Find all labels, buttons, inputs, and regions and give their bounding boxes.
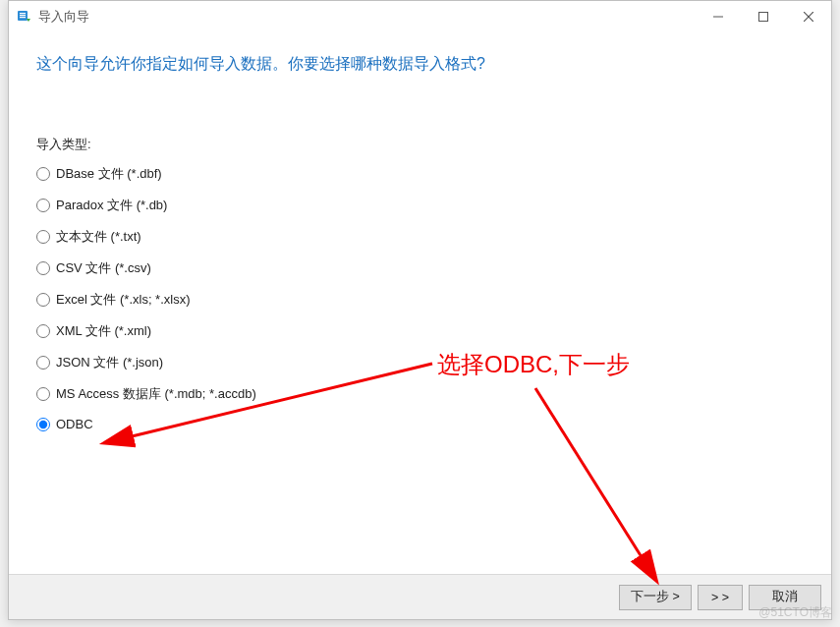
import-type-option-label[interactable]: ODBC <box>56 417 93 431</box>
close-button[interactable] <box>786 1 831 32</box>
import-type-radio[interactable] <box>36 261 50 275</box>
cancel-button[interactable]: 取消 <box>749 585 821 610</box>
import-type-radio[interactable] <box>36 230 50 244</box>
import-type-option-label[interactable]: Excel 文件 (*.xls; *.xlsx) <box>56 291 191 309</box>
import-type-option-label[interactable]: DBase 文件 (*.dbf) <box>56 165 162 183</box>
import-type-option[interactable]: CSV 文件 (*.csv) <box>36 259 804 277</box>
import-wizard-window: 导入向导 这个向导允许你指定如何导入数据。你要选择哪种数据导入格式? 导入类型:… <box>8 0 832 620</box>
import-type-radio[interactable] <box>36 418 50 431</box>
maximize-button[interactable] <box>741 1 786 32</box>
import-type-option[interactable]: Excel 文件 (*.xls; *.xlsx) <box>36 291 804 309</box>
titlebar: 导入向导 <box>9 1 831 32</box>
import-type-options: DBase 文件 (*.dbf)Paradox 文件 (*.db)文本文件 (*… <box>36 165 804 431</box>
import-type-option[interactable]: 文本文件 (*.txt) <box>36 228 804 246</box>
import-type-option-label[interactable]: 文本文件 (*.txt) <box>56 228 141 246</box>
import-type-option-label[interactable]: Paradox 文件 (*.db) <box>56 197 167 214</box>
minimize-button[interactable] <box>696 1 741 32</box>
import-type-radio[interactable] <box>36 356 50 370</box>
import-type-option[interactable]: ODBC <box>36 417 804 431</box>
import-type-option[interactable]: XML 文件 (*.xml) <box>36 322 804 340</box>
svg-rect-2 <box>20 15 26 16</box>
import-type-radio[interactable] <box>36 293 50 307</box>
button-bar: 下一步 > > > 取消 <box>9 574 831 619</box>
import-type-option-label[interactable]: MS Access 数据库 (*.mdb; *.accdb) <box>56 385 256 403</box>
next-button[interactable]: 下一步 > <box>619 585 692 610</box>
import-type-option-label[interactable]: JSON 文件 (*.json) <box>56 354 163 371</box>
import-type-option-label[interactable]: XML 文件 (*.xml) <box>56 322 151 340</box>
svg-rect-1 <box>20 13 26 14</box>
content-area: 这个向导允许你指定如何导入数据。你要选择哪种数据导入格式? 导入类型: DBas… <box>9 32 831 574</box>
import-type-option[interactable]: Paradox 文件 (*.db) <box>36 197 804 214</box>
import-type-label: 导入类型: <box>36 136 804 153</box>
import-type-option-label[interactable]: CSV 文件 (*.csv) <box>56 259 151 277</box>
import-type-option[interactable]: DBase 文件 (*.dbf) <box>36 165 804 183</box>
import-type-radio[interactable] <box>36 324 50 338</box>
window-title: 导入向导 <box>38 8 89 26</box>
import-type-option[interactable]: MS Access 数据库 (*.mdb; *.accdb) <box>36 385 804 403</box>
skip-button[interactable]: > > <box>698 585 743 610</box>
app-icon <box>17 9 32 25</box>
import-type-option[interactable]: JSON 文件 (*.json) <box>36 354 804 371</box>
import-type-radio[interactable] <box>36 199 50 212</box>
svg-rect-5 <box>759 13 768 22</box>
import-type-radio[interactable] <box>36 387 50 401</box>
wizard-heading: 这个向导允许你指定如何导入数据。你要选择哪种数据导入格式? <box>36 54 804 75</box>
import-type-radio[interactable] <box>36 167 50 181</box>
svg-rect-3 <box>20 17 26 18</box>
